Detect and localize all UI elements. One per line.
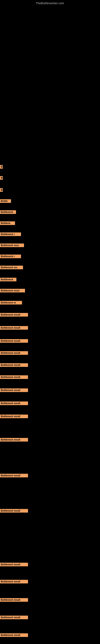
bottleneck-result-bar: Bottleneck res [0,266,23,270]
result-bar-label: Bottlene [0,222,15,225]
bottleneck-result-bar: Bottleneck result [0,414,28,419]
bottleneck-result-bar: Bottle [0,199,11,204]
bottleneck-result-bar: Bottleneck result [0,375,28,380]
bottleneck-result-bar: B [0,188,3,192]
bottleneck-result-bar: Bottleneck result [0,438,28,442]
bottleneck-result-bar: Bottleneck result [0,563,28,567]
result-bar-label: Bottle [0,199,11,203]
bottleneck-result-bar: B [0,165,3,170]
result-bar-label: Bottleneck result [0,438,28,442]
bottleneck-result-bar: Bottleneck resu [0,244,24,248]
result-bar-label: Bottleneck r [0,232,21,236]
bottleneck-result-bar: Bottleneck result [0,313,28,317]
bottleneck-result-bar: Bottleneck [0,278,16,282]
bottleneck-result-bar: Bottleneck result [0,633,28,638]
result-bar-label: Bottleneck result [0,509,28,512]
bottleneck-result-bar: Bottleneck result [0,363,28,368]
bottleneck-result-bar: Bottleneck resul [0,289,25,293]
result-bar-label: Bottleneck result [0,375,28,379]
result-bar-label: Bottleneck result [0,563,28,566]
bottleneck-result-bar: Bottleneck result [0,580,28,584]
result-bar-label: Bottleneck re [0,301,22,304]
bottleneck-result-bar: Bottleneck result [0,509,28,514]
result-bar-label: Bottleneck result [0,388,28,392]
result-bar-label: Bottleneck result [0,402,28,405]
result-bar-label: B [0,165,3,169]
result-bar-label: Bottleneck result [0,363,28,367]
result-bar-label: Bottleneck result [0,339,28,343]
bottleneck-result-bar: Bottleneck [0,210,16,215]
result-bar-label: Bottleneck resul [0,289,25,292]
result-bar-label: B [0,188,3,192]
bottleneck-result-bar: Bottleneck result [0,598,28,602]
bottleneck-result-bar: Bottleneck r [0,254,21,259]
bottleneck-result-bar: Bottleneck result [0,351,28,356]
site-title: TheBottlenecker.com [0,0,100,6]
result-bar-label: Bottleneck result [0,598,28,602]
result-bar-label: Bottleneck result [0,616,28,619]
bottleneck-result-bar: Bottleneck result [0,402,28,406]
bottleneck-result-bar: Bottlene [0,222,15,226]
result-bar-label: Bottleneck r [0,254,21,258]
result-bar-label: Bottleneck result [0,414,28,418]
bottleneck-result-bar: Bottleneck result [0,474,28,478]
bottleneck-result-bar: Bottleneck re [0,301,22,305]
result-bar-label: B [0,176,3,180]
result-bar-label: Bottleneck [0,210,16,214]
bottleneck-result-bar: Bottleneck r [0,232,21,237]
result-bar-label: Bottleneck result [0,326,28,330]
bottleneck-result-bar: B [0,176,3,180]
result-bar-label: Bottleneck [0,278,16,281]
bottleneck-result-bar: Bottleneck result [0,616,28,620]
result-bar-label: Bottleneck result [0,633,28,637]
result-bar-label: Bottleneck result [0,474,28,477]
bottleneck-result-bar: Bottleneck result [0,326,28,330]
result-bar-label: Bottleneck resu [0,244,24,247]
result-bar-label: Bottleneck res [0,266,23,269]
result-bar-label: Bottleneck result [0,351,28,355]
bottleneck-result-bar: Bottleneck result [0,339,28,344]
bottleneck-result-bar: Bottleneck result [0,388,28,393]
result-bar-label: Bottleneck result [0,313,28,316]
result-bar-label: Bottleneck result [0,580,28,584]
